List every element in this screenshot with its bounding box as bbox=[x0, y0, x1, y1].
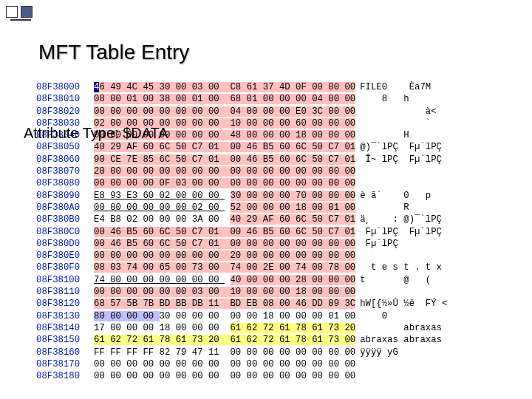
hex-ascii bbox=[360, 358, 458, 370]
hex-ascii: 0 bbox=[360, 310, 458, 322]
hex-bytes: 68 57 5B 7B BD BB DB 11 BD EB 08 00 46 D… bbox=[94, 298, 355, 310]
hex-ascii: t e s t . t x bbox=[360, 262, 447, 273]
hex-ascii: ä¸ : @)¯`lPÇ bbox=[360, 214, 442, 225]
hex-row: 08F380C000 46 B5 60 6C 50 C7 01 00 46 B5… bbox=[36, 226, 458, 238]
hex-address: 08F380B0 bbox=[36, 214, 92, 225]
hex-row: 08F38160FF FF FF FF 82 79 47 11 00 00 00… bbox=[36, 347, 458, 358]
hex-bytes: 61 62 72 61 78 61 73 20 61 62 72 61 78 6… bbox=[94, 334, 355, 346]
hex-row: 08F380B0E4 B8 02 00 00 00 3A 00 40 29 AF… bbox=[36, 214, 458, 225]
hex-bytes: 00 00 00 00 00 00 00 00 20 00 00 00 00 0… bbox=[94, 250, 355, 262]
hex-address: 08F38060 bbox=[36, 154, 92, 166]
attribute-label: Attribute Type: $DATA bbox=[24, 125, 168, 142]
hex-bytes: 20 00 00 00 00 00 00 00 00 00 00 00 00 0… bbox=[94, 166, 355, 177]
hex-bytes: 17 00 00 00 18 00 00 00 61 62 72 61 78 6… bbox=[94, 322, 355, 334]
hex-bytes: 00 00 00 00 00 00 02 00 52 00 00 00 18 0… bbox=[94, 202, 355, 214]
hex-address: 08F380C0 bbox=[36, 226, 92, 238]
hex-address: 08F38100 bbox=[36, 274, 92, 286]
hex-row: 08F3815061 62 72 61 78 61 73 20 61 62 72… bbox=[36, 334, 458, 346]
hex-ascii: abraxas bbox=[360, 322, 447, 334]
corner-decoration bbox=[6, 6, 33, 18]
hex-row: 08F380A000 00 00 00 00 00 02 00 52 00 00… bbox=[36, 202, 458, 214]
hex-address: 08F38130 bbox=[36, 310, 92, 322]
hex-ascii: Î~ lPÇ Fµ`lPÇ bbox=[360, 154, 442, 166]
hex-ascii: ÿÿÿÿ yG bbox=[360, 347, 452, 358]
corner-box-filled bbox=[21, 6, 33, 18]
hex-row: 08F3800046 49 4C 45 30 00 03 00 C8 61 37… bbox=[36, 81, 458, 93]
hex-ascii bbox=[360, 250, 458, 262]
hex-ascii: 8 h bbox=[360, 93, 458, 105]
hex-address: 08F380D0 bbox=[36, 238, 92, 250]
hex-address: 08F38010 bbox=[36, 93, 92, 105]
hex-row: 08F3810074 00 00 00 00 00 00 00 40 00 00… bbox=[36, 274, 458, 286]
hex-bytes: 08 03 74 00 65 00 73 00 74 00 2E 00 74 0… bbox=[94, 262, 355, 273]
hex-address: 08F38090 bbox=[36, 190, 92, 202]
hex-bytes: 08 00 01 00 38 00 01 00 68 01 00 00 00 0… bbox=[94, 93, 355, 105]
hex-ascii: à< bbox=[360, 106, 458, 117]
hex-ascii: hW[{½»Û ½ë FÝ < bbox=[360, 298, 447, 310]
hex-bytes: 00 00 00 00 00 00 03 00 10 00 00 00 18 0… bbox=[94, 286, 355, 298]
hex-row: 08F3817000 00 00 00 00 00 00 00 00 00 00… bbox=[36, 358, 458, 370]
hex-row: 08F3812068 57 5B 7B BD BB DB 11 BD EB 08… bbox=[36, 298, 458, 310]
hex-address: 08F380A0 bbox=[36, 202, 92, 214]
hex-row: 08F380F008 03 74 00 65 00 73 00 74 00 2E… bbox=[36, 262, 458, 273]
hex-ascii: Fµ`lPÇ bbox=[360, 238, 452, 250]
hex-ascii bbox=[360, 177, 458, 189]
hex-row: 08F38090E8 93 E3 60 02 00 00 00 30 00 00… bbox=[36, 190, 458, 202]
hex-row: 08F3813080 00 00 00 30 00 00 00 00 00 18… bbox=[36, 310, 458, 322]
hex-address: 08F38170 bbox=[36, 358, 92, 370]
hex-ascii bbox=[360, 166, 458, 177]
hex-address: 08F38070 bbox=[36, 166, 92, 177]
hex-bytes: 00 00 00 00 00 00 00 00 00 00 00 00 00 0… bbox=[94, 370, 355, 382]
hex-bytes: FF FF FF FF 82 79 47 11 00 00 00 00 00 0… bbox=[94, 347, 355, 358]
hex-address: 08F38140 bbox=[36, 322, 92, 334]
hex-address: 08F38180 bbox=[36, 370, 92, 382]
hex-address: 08F38160 bbox=[36, 347, 92, 358]
hex-address: 08F38150 bbox=[36, 334, 92, 346]
hex-ascii bbox=[360, 370, 458, 382]
hex-address: 08F38000 bbox=[36, 81, 92, 93]
hex-ascii: ` bbox=[360, 117, 458, 129]
hex-ascii: Fµ`lPÇ Fµ`lPÇ bbox=[360, 226, 442, 238]
hex-row: 08F3802000 00 00 00 00 00 00 00 04 00 00… bbox=[36, 106, 458, 117]
hex-row: 08F3818000 00 00 00 00 00 00 00 00 00 00… bbox=[36, 370, 458, 382]
hex-row: 08F380E000 00 00 00 00 00 00 00 20 00 00… bbox=[36, 250, 458, 262]
hex-ascii: @)¯`lPÇ Fµ`lPÇ bbox=[360, 141, 442, 153]
hex-bytes: 40 29 AF 60 6C 50 C7 01 00 46 B5 60 6C 5… bbox=[94, 141, 355, 153]
hex-row: 08F3806090 CE 7E 85 6C 50 C7 01 00 46 B5… bbox=[36, 154, 458, 166]
hex-ascii bbox=[360, 286, 458, 298]
hex-ascii: t @ ( bbox=[360, 274, 458, 286]
hex-ascii: FILE0 Èa7M bbox=[360, 81, 458, 93]
hex-bytes: 00 00 00 00 0F 03 00 00 00 00 00 00 00 0… bbox=[94, 177, 355, 189]
hex-bytes: 74 00 00 00 00 00 00 00 40 00 00 00 28 0… bbox=[94, 274, 355, 286]
hex-ascii: abraxas abraxas bbox=[360, 334, 447, 346]
hex-address: 08F38120 bbox=[36, 298, 92, 310]
hex-row: 08F3807020 00 00 00 00 00 00 00 00 00 00… bbox=[36, 166, 458, 177]
hex-address: 08F380E0 bbox=[36, 250, 92, 262]
hex-bytes: 80 00 00 00 30 00 00 00 00 00 18 00 00 0… bbox=[94, 310, 355, 322]
hex-ascii: R bbox=[360, 202, 458, 214]
hex-row: 08F380D000 46 B5 60 6C 50 C7 01 00 00 00… bbox=[36, 238, 458, 250]
hex-bytes: 00 00 00 00 00 00 00 00 04 00 00 00 E0 3… bbox=[94, 106, 355, 117]
corner-line bbox=[10, 19, 31, 21]
hex-bytes: 90 CE 7E 85 6C 50 C7 01 00 46 B5 60 6C 5… bbox=[94, 154, 355, 166]
hex-address: 08F380F0 bbox=[36, 262, 92, 273]
hex-bytes: 00 46 B5 60 6C 50 C7 01 00 46 B5 60 6C 5… bbox=[94, 226, 355, 238]
hex-address: 08F38020 bbox=[36, 106, 92, 117]
hex-row: 08F3801008 00 01 00 38 00 01 00 68 01 00… bbox=[36, 93, 458, 105]
hex-row: 08F3814017 00 00 00 18 00 00 00 61 62 72… bbox=[36, 322, 458, 334]
hex-address: 08F38080 bbox=[36, 177, 92, 189]
hex-row: 08F3811000 00 00 00 00 00 03 00 10 00 00… bbox=[36, 286, 458, 298]
hex-bytes: 00 46 B5 60 6C 50 C7 01 00 00 00 00 00 0… bbox=[94, 238, 355, 250]
hex-row: 08F3808000 00 00 00 0F 03 00 00 00 00 00… bbox=[36, 177, 458, 189]
page-title: MFT Table Entry bbox=[38, 41, 189, 64]
hex-ascii: è ã` 0 p bbox=[360, 190, 458, 202]
hex-address: 08F38110 bbox=[36, 286, 92, 298]
hex-bytes: 46 49 4C 45 30 00 03 00 C8 61 37 4D 0F 0… bbox=[94, 81, 355, 93]
hex-bytes: E4 B8 02 00 00 00 3A 00 40 29 AF 60 6C 5… bbox=[94, 214, 355, 225]
hex-bytes: 00 00 00 00 00 00 00 00 00 00 00 00 00 0… bbox=[94, 358, 355, 370]
hex-ascii: H bbox=[360, 129, 458, 141]
hex-row: 08F3805040 29 AF 60 6C 50 C7 01 00 46 B5… bbox=[36, 141, 458, 153]
corner-box-empty bbox=[6, 6, 18, 18]
hex-address: 08F38050 bbox=[36, 141, 92, 153]
hex-bytes: E8 93 E3 60 02 00 00 00 30 00 00 00 70 0… bbox=[94, 190, 355, 202]
